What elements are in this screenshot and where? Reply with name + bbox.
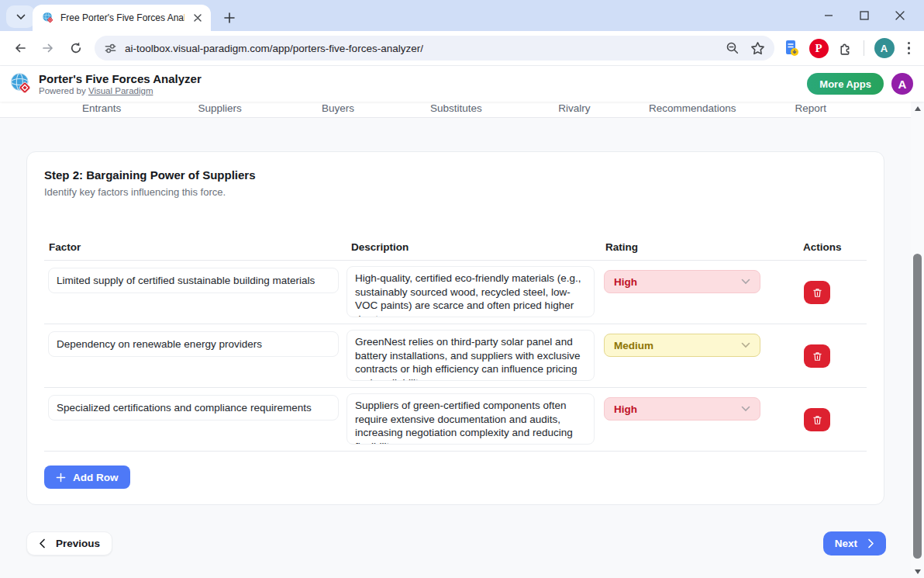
- omnibox-actions: [718, 41, 765, 56]
- rating-select[interactable]: High: [604, 397, 760, 421]
- delete-row-button[interactable]: [804, 344, 830, 368]
- next-label: Next: [835, 538, 857, 549]
- trash-icon: [812, 414, 823, 426]
- rating-value: High: [614, 403, 637, 415]
- more-apps-button[interactable]: More Apps: [807, 73, 884, 95]
- url-text: ai-toolbox.visual-paradigm.com/app/porte…: [125, 43, 423, 54]
- col-header-factor: Factor: [44, 241, 345, 253]
- nav-item-suppliers[interactable]: Suppliers: [160, 102, 278, 117]
- rating-select[interactable]: High: [604, 270, 760, 293]
- nav-item-entrants[interactable]: Entrants: [43, 102, 160, 117]
- nav-item-rivalry[interactable]: Rivalry: [515, 102, 633, 117]
- browser-menu-icon[interactable]: [903, 39, 915, 58]
- col-header-actions: Actions: [783, 241, 867, 253]
- previous-button[interactable]: Previous: [26, 531, 112, 556]
- forward-button[interactable]: [34, 34, 62, 62]
- nav-item-report[interactable]: Report: [752, 102, 870, 117]
- table-row: Specialized certifications and complianc…: [44, 388, 867, 452]
- powered-by: Powered by Visual Paradigm: [39, 85, 202, 96]
- back-button[interactable]: [6, 34, 34, 62]
- factor-input[interactable]: Limited supply of certified sustainable …: [48, 268, 339, 293]
- main-content: Step 2: Bargaining Power of Suppliers Id…: [0, 118, 911, 578]
- step-subtitle: Identify key factors influencing this fo…: [44, 186, 867, 198]
- close-window-icon[interactable]: [882, 0, 918, 31]
- scroll-down-arrow[interactable]: [915, 569, 921, 574]
- nav-item-recommendations[interactable]: Recommendations: [633, 102, 751, 117]
- toolbar-separator: [864, 40, 864, 56]
- browser-toolbar: ai-toolbox.visual-paradigm.com/app/porte…: [0, 31, 924, 66]
- description-input[interactable]: High-quality, certified eco-friendly mat…: [346, 266, 595, 317]
- description-input[interactable]: Suppliers of green-certified components …: [346, 393, 595, 445]
- pinterest-extension-icon[interactable]: P: [809, 39, 829, 58]
- table-header: Factor Description Rating Actions: [44, 241, 867, 261]
- plus-icon: [56, 472, 66, 483]
- address-bar[interactable]: ai-toolbox.visual-paradigm.com/app/porte…: [95, 36, 774, 61]
- chevron-down-icon: [741, 342, 750, 348]
- document-download-extension-icon[interactable]: [782, 39, 801, 57]
- add-row-button[interactable]: Add Row: [44, 466, 130, 489]
- chevron-right-icon: [867, 538, 874, 549]
- step-title: Step 2: Bargaining Power of Suppliers: [44, 168, 867, 182]
- visual-paradigm-logo: [9, 72, 33, 95]
- trash-icon: [812, 287, 823, 299]
- page-title: Porter's Five Forces Analyzer: [39, 72, 202, 85]
- tab-close-icon[interactable]: [191, 11, 205, 25]
- description-input[interactable]: GreenNest relies on third-party solar pa…: [346, 330, 595, 381]
- scrollbar-thumb[interactable]: [913, 254, 922, 559]
- tab-title: Free Porter's Five Forces Analyz: [60, 12, 184, 23]
- table-row: Dependency on renewable energy providers…: [44, 324, 867, 388]
- chevron-left-icon: [39, 538, 46, 549]
- bookmark-star-icon[interactable]: [750, 41, 765, 56]
- zoom-out-icon[interactable]: [726, 41, 740, 55]
- trash-icon: [812, 351, 823, 362]
- delete-row-button[interactable]: [804, 408, 830, 431]
- browser-tab[interactable]: Free Porter's Five Forces Analyz: [33, 5, 211, 31]
- extensions-bar: P A: [782, 38, 917, 58]
- add-row-label: Add Row: [73, 472, 119, 483]
- new-tab-button[interactable]: [219, 7, 240, 29]
- step-card: Step 2: Bargaining Power of Suppliers Id…: [26, 151, 884, 505]
- rating-select[interactable]: Medium: [604, 334, 760, 357]
- delete-row-button[interactable]: [804, 281, 830, 304]
- table-row: Limited supply of certified sustainable …: [44, 261, 867, 324]
- visual-paradigm-link[interactable]: Visual Paradigm: [88, 86, 153, 95]
- minimize-icon[interactable]: [811, 0, 846, 31]
- factor-input[interactable]: Specialized certifications and complianc…: [48, 395, 339, 421]
- chevron-down-icon: [741, 406, 750, 412]
- app-header: Porter's Five Forces Analyzer Powered by…: [0, 66, 924, 102]
- scroll-up-arrow[interactable]: [915, 106, 921, 111]
- nav-item-substitutes[interactable]: Substitutes: [397, 102, 515, 117]
- factor-input[interactable]: Dependency on renewable energy providers: [48, 331, 339, 357]
- nav-item-buyers[interactable]: Buyers: [279, 102, 397, 117]
- step-nav: Entrants Suppliers Buyers Substitutes Ri…: [0, 102, 911, 118]
- previous-label: Previous: [56, 538, 100, 549]
- extensions-puzzle-icon[interactable]: [837, 40, 853, 57]
- visual-paradigm-favicon: [42, 12, 54, 24]
- user-avatar[interactable]: A: [891, 73, 913, 95]
- rating-value: Medium: [614, 340, 653, 351]
- chevron-down-icon: [16, 14, 26, 20]
- maximize-icon[interactable]: [846, 0, 882, 31]
- page-scrollbar: [911, 102, 924, 578]
- reload-button[interactable]: [62, 34, 90, 62]
- browser-titlebar: Free Porter's Five Forces Analyz: [0, 0, 924, 31]
- browser-profile-avatar[interactable]: A: [874, 38, 895, 58]
- col-header-rating: Rating: [602, 241, 783, 253]
- rating-value: High: [614, 276, 637, 288]
- window-controls: [811, 0, 918, 31]
- chevron-down-icon: [741, 279, 750, 285]
- site-settings-icon[interactable]: [104, 42, 117, 55]
- tab-search-button[interactable]: [6, 5, 35, 28]
- col-header-description: Description: [345, 241, 602, 253]
- next-button[interactable]: Next: [823, 531, 886, 556]
